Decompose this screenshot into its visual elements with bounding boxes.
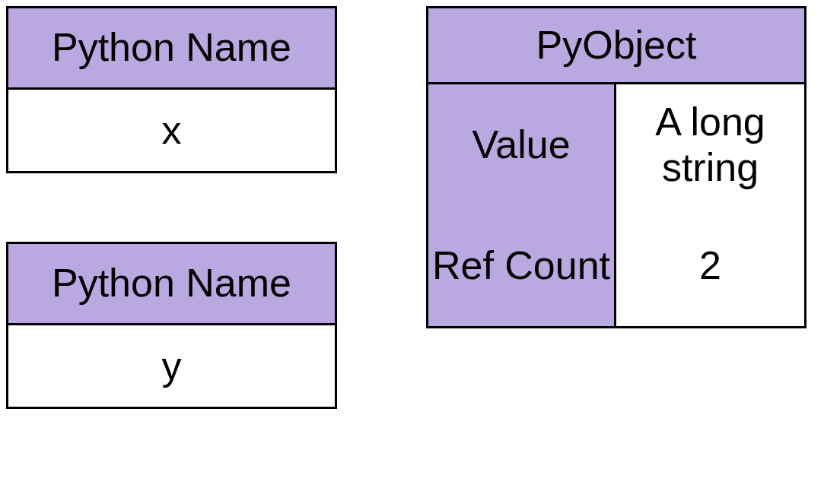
python-name-y-value: y — [8, 325, 335, 407]
pyobject-value-row: Value A long string — [428, 84, 804, 205]
pyobject-box: PyObject Value A long string Ref Count 2 — [426, 6, 807, 328]
pyobject-value-label: Value — [428, 84, 616, 205]
python-name-x-value: x — [8, 90, 335, 171]
python-name-y-header: Python Name — [8, 244, 335, 325]
python-name-y-box: Python Name y — [6, 242, 337, 409]
python-name-x-header: Python Name — [8, 8, 335, 90]
pyobject-refcount-value: 2 — [616, 205, 804, 326]
pyobject-refcount-label: Ref Count — [428, 205, 616, 326]
pyobject-value-content: A long string — [616, 84, 804, 205]
pyobject-header: PyObject — [428, 8, 804, 84]
pyobject-refcount-row: Ref Count 2 — [428, 205, 804, 326]
python-name-x-box: Python Name x — [6, 6, 337, 173]
